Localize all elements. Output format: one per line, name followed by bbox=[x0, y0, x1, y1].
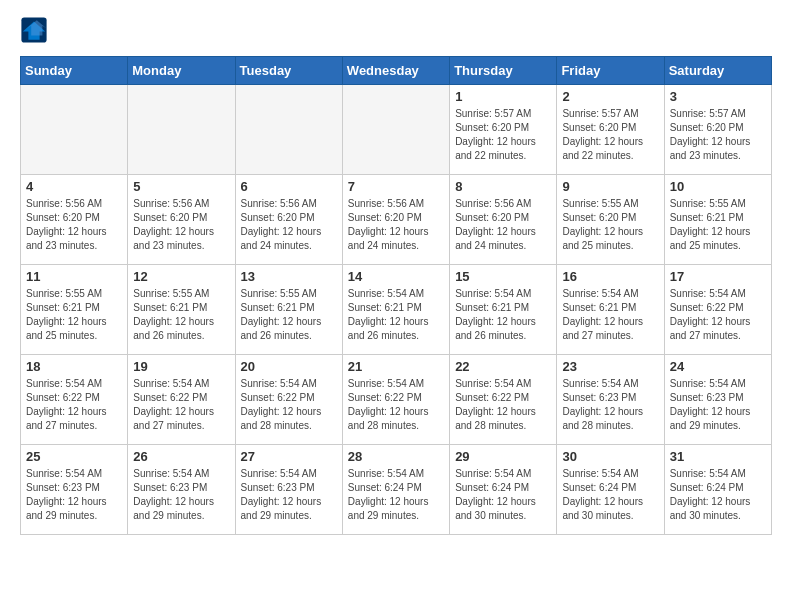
day-detail: Sunrise: 5:54 AM Sunset: 6:24 PM Dayligh… bbox=[348, 467, 444, 523]
day-number: 8 bbox=[455, 179, 551, 194]
day-number: 2 bbox=[562, 89, 658, 104]
day-number: 25 bbox=[26, 449, 122, 464]
day-number: 9 bbox=[562, 179, 658, 194]
day-number: 20 bbox=[241, 359, 337, 374]
day-detail: Sunrise: 5:54 AM Sunset: 6:24 PM Dayligh… bbox=[455, 467, 551, 523]
day-detail: Sunrise: 5:54 AM Sunset: 6:24 PM Dayligh… bbox=[562, 467, 658, 523]
day-headers-row: SundayMondayTuesdayWednesdayThursdayFrid… bbox=[21, 57, 772, 85]
day-detail: Sunrise: 5:56 AM Sunset: 6:20 PM Dayligh… bbox=[133, 197, 229, 253]
day-detail: Sunrise: 5:54 AM Sunset: 6:23 PM Dayligh… bbox=[133, 467, 229, 523]
day-cell: 13Sunrise: 5:55 AM Sunset: 6:21 PM Dayli… bbox=[235, 265, 342, 355]
day-cell: 30Sunrise: 5:54 AM Sunset: 6:24 PM Dayli… bbox=[557, 445, 664, 535]
day-detail: Sunrise: 5:57 AM Sunset: 6:20 PM Dayligh… bbox=[455, 107, 551, 163]
day-cell: 28Sunrise: 5:54 AM Sunset: 6:24 PM Dayli… bbox=[342, 445, 449, 535]
day-cell: 19Sunrise: 5:54 AM Sunset: 6:22 PM Dayli… bbox=[128, 355, 235, 445]
day-header-monday: Monday bbox=[128, 57, 235, 85]
day-number: 15 bbox=[455, 269, 551, 284]
day-cell: 1Sunrise: 5:57 AM Sunset: 6:20 PM Daylig… bbox=[450, 85, 557, 175]
day-cell: 7Sunrise: 5:56 AM Sunset: 6:20 PM Daylig… bbox=[342, 175, 449, 265]
day-detail: Sunrise: 5:54 AM Sunset: 6:24 PM Dayligh… bbox=[670, 467, 766, 523]
day-cell: 11Sunrise: 5:55 AM Sunset: 6:21 PM Dayli… bbox=[21, 265, 128, 355]
day-cell: 15Sunrise: 5:54 AM Sunset: 6:21 PM Dayli… bbox=[450, 265, 557, 355]
day-number: 13 bbox=[241, 269, 337, 284]
day-number: 28 bbox=[348, 449, 444, 464]
day-detail: Sunrise: 5:55 AM Sunset: 6:21 PM Dayligh… bbox=[241, 287, 337, 343]
day-cell: 5Sunrise: 5:56 AM Sunset: 6:20 PM Daylig… bbox=[128, 175, 235, 265]
day-number: 21 bbox=[348, 359, 444, 374]
day-number: 12 bbox=[133, 269, 229, 284]
day-cell bbox=[21, 85, 128, 175]
day-number: 29 bbox=[455, 449, 551, 464]
day-detail: Sunrise: 5:55 AM Sunset: 6:20 PM Dayligh… bbox=[562, 197, 658, 253]
day-detail: Sunrise: 5:54 AM Sunset: 6:22 PM Dayligh… bbox=[670, 287, 766, 343]
week-row-4: 18Sunrise: 5:54 AM Sunset: 6:22 PM Dayli… bbox=[21, 355, 772, 445]
day-number: 5 bbox=[133, 179, 229, 194]
day-cell: 3Sunrise: 5:57 AM Sunset: 6:20 PM Daylig… bbox=[664, 85, 771, 175]
day-detail: Sunrise: 5:54 AM Sunset: 6:21 PM Dayligh… bbox=[348, 287, 444, 343]
day-cell: 16Sunrise: 5:54 AM Sunset: 6:21 PM Dayli… bbox=[557, 265, 664, 355]
day-detail: Sunrise: 5:57 AM Sunset: 6:20 PM Dayligh… bbox=[670, 107, 766, 163]
day-number: 26 bbox=[133, 449, 229, 464]
day-detail: Sunrise: 5:55 AM Sunset: 6:21 PM Dayligh… bbox=[133, 287, 229, 343]
day-cell: 9Sunrise: 5:55 AM Sunset: 6:20 PM Daylig… bbox=[557, 175, 664, 265]
day-detail: Sunrise: 5:56 AM Sunset: 6:20 PM Dayligh… bbox=[241, 197, 337, 253]
day-number: 24 bbox=[670, 359, 766, 374]
day-detail: Sunrise: 5:54 AM Sunset: 6:21 PM Dayligh… bbox=[562, 287, 658, 343]
day-cell: 14Sunrise: 5:54 AM Sunset: 6:21 PM Dayli… bbox=[342, 265, 449, 355]
day-header-sunday: Sunday bbox=[21, 57, 128, 85]
week-row-3: 11Sunrise: 5:55 AM Sunset: 6:21 PM Dayli… bbox=[21, 265, 772, 355]
day-number: 16 bbox=[562, 269, 658, 284]
day-cell: 2Sunrise: 5:57 AM Sunset: 6:20 PM Daylig… bbox=[557, 85, 664, 175]
day-cell bbox=[235, 85, 342, 175]
day-number: 1 bbox=[455, 89, 551, 104]
day-cell: 10Sunrise: 5:55 AM Sunset: 6:21 PM Dayli… bbox=[664, 175, 771, 265]
day-detail: Sunrise: 5:54 AM Sunset: 6:22 PM Dayligh… bbox=[455, 377, 551, 433]
day-header-tuesday: Tuesday bbox=[235, 57, 342, 85]
page: SundayMondayTuesdayWednesdayThursdayFrid… bbox=[0, 0, 792, 551]
day-number: 30 bbox=[562, 449, 658, 464]
logo bbox=[20, 16, 50, 44]
day-header-saturday: Saturday bbox=[664, 57, 771, 85]
day-detail: Sunrise: 5:54 AM Sunset: 6:22 PM Dayligh… bbox=[133, 377, 229, 433]
day-number: 14 bbox=[348, 269, 444, 284]
day-detail: Sunrise: 5:55 AM Sunset: 6:21 PM Dayligh… bbox=[670, 197, 766, 253]
day-number: 22 bbox=[455, 359, 551, 374]
day-cell: 20Sunrise: 5:54 AM Sunset: 6:22 PM Dayli… bbox=[235, 355, 342, 445]
day-detail: Sunrise: 5:54 AM Sunset: 6:23 PM Dayligh… bbox=[26, 467, 122, 523]
day-cell: 31Sunrise: 5:54 AM Sunset: 6:24 PM Dayli… bbox=[664, 445, 771, 535]
day-cell: 24Sunrise: 5:54 AM Sunset: 6:23 PM Dayli… bbox=[664, 355, 771, 445]
day-number: 11 bbox=[26, 269, 122, 284]
day-cell: 21Sunrise: 5:54 AM Sunset: 6:22 PM Dayli… bbox=[342, 355, 449, 445]
day-detail: Sunrise: 5:54 AM Sunset: 6:23 PM Dayligh… bbox=[241, 467, 337, 523]
day-header-thursday: Thursday bbox=[450, 57, 557, 85]
day-detail: Sunrise: 5:56 AM Sunset: 6:20 PM Dayligh… bbox=[26, 197, 122, 253]
day-cell: 23Sunrise: 5:54 AM Sunset: 6:23 PM Dayli… bbox=[557, 355, 664, 445]
day-cell: 18Sunrise: 5:54 AM Sunset: 6:22 PM Dayli… bbox=[21, 355, 128, 445]
day-cell bbox=[342, 85, 449, 175]
day-detail: Sunrise: 5:54 AM Sunset: 6:23 PM Dayligh… bbox=[562, 377, 658, 433]
day-header-friday: Friday bbox=[557, 57, 664, 85]
logo-icon bbox=[20, 16, 48, 44]
day-cell: 17Sunrise: 5:54 AM Sunset: 6:22 PM Dayli… bbox=[664, 265, 771, 355]
day-number: 7 bbox=[348, 179, 444, 194]
day-detail: Sunrise: 5:54 AM Sunset: 6:22 PM Dayligh… bbox=[26, 377, 122, 433]
day-number: 18 bbox=[26, 359, 122, 374]
day-cell: 22Sunrise: 5:54 AM Sunset: 6:22 PM Dayli… bbox=[450, 355, 557, 445]
day-cell: 26Sunrise: 5:54 AM Sunset: 6:23 PM Dayli… bbox=[128, 445, 235, 535]
day-detail: Sunrise: 5:56 AM Sunset: 6:20 PM Dayligh… bbox=[455, 197, 551, 253]
header bbox=[20, 16, 772, 44]
day-number: 17 bbox=[670, 269, 766, 284]
calendar-table: SundayMondayTuesdayWednesdayThursdayFrid… bbox=[20, 56, 772, 535]
day-detail: Sunrise: 5:55 AM Sunset: 6:21 PM Dayligh… bbox=[26, 287, 122, 343]
day-number: 4 bbox=[26, 179, 122, 194]
day-detail: Sunrise: 5:56 AM Sunset: 6:20 PM Dayligh… bbox=[348, 197, 444, 253]
week-row-1: 1Sunrise: 5:57 AM Sunset: 6:20 PM Daylig… bbox=[21, 85, 772, 175]
day-cell: 25Sunrise: 5:54 AM Sunset: 6:23 PM Dayli… bbox=[21, 445, 128, 535]
day-number: 10 bbox=[670, 179, 766, 194]
day-cell: 29Sunrise: 5:54 AM Sunset: 6:24 PM Dayli… bbox=[450, 445, 557, 535]
week-row-5: 25Sunrise: 5:54 AM Sunset: 6:23 PM Dayli… bbox=[21, 445, 772, 535]
day-detail: Sunrise: 5:54 AM Sunset: 6:22 PM Dayligh… bbox=[348, 377, 444, 433]
day-number: 19 bbox=[133, 359, 229, 374]
day-number: 3 bbox=[670, 89, 766, 104]
day-number: 6 bbox=[241, 179, 337, 194]
